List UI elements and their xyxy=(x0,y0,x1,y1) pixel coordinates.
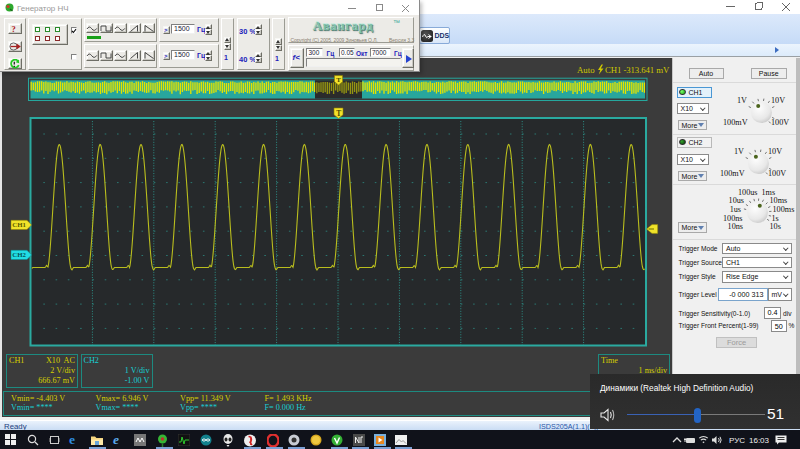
svg-text:T: T xyxy=(336,109,341,118)
svg-text:T: T xyxy=(336,76,341,84)
svg-text:CH1: CH1 xyxy=(12,221,26,228)
svg-text:CH2: CH2 xyxy=(12,251,26,258)
